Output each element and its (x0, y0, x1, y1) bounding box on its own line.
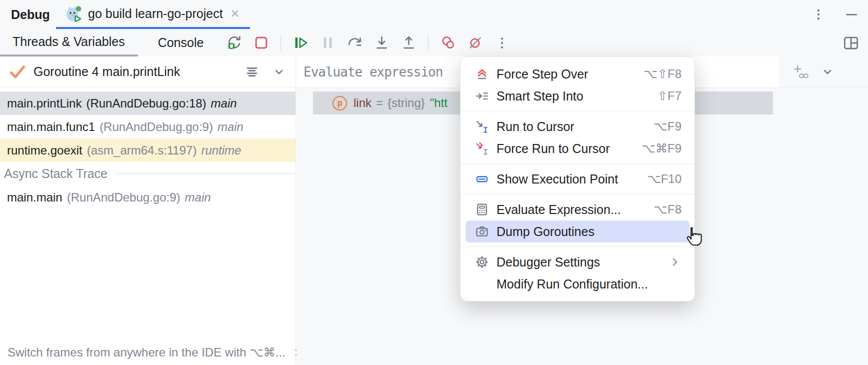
tab-threads-and-variables[interactable]: Threads & Variables (0, 29, 138, 56)
frames-panel: Goroutine 4 main.printLink main.printLin… (0, 56, 296, 365)
more-options-icon[interactable] (490, 32, 514, 54)
equals-sign: = (376, 96, 383, 110)
menu-separator (460, 111, 694, 112)
stack-frame-main-func1[interactable]: main.main.func1 (RunAndDebug.go:9) main (0, 115, 296, 138)
menu-separator (460, 246, 694, 247)
goroutine-bar-icons (244, 64, 286, 80)
parameter-icon: p (332, 96, 347, 110)
debugger-toolbar: Threads & Variables Console (0, 29, 868, 57)
thread-view-options-icon[interactable] (244, 64, 260, 80)
run-to-cursor-icon (474, 119, 490, 134)
menu-item-run-to-cursor[interactable]: Run to Cursor ⌥F9 (466, 116, 690, 138)
menu-item-show-execution-point[interactable]: Show Execution Point ⌥F10 (466, 168, 690, 190)
show-execution-point-icon (474, 172, 490, 186)
tool-window-title: Debug (11, 0, 50, 29)
debug-actions (222, 32, 514, 54)
minimize-icon[interactable] (844, 8, 859, 21)
menu-separator (460, 194, 694, 194)
step-into-icon[interactable] (370, 32, 393, 54)
section-divider (114, 174, 296, 174)
run-tab-go-build-learn-go-project[interactable]: go build learn-go-project (56, 0, 250, 29)
hint-text: Switch frames from anywhere in the IDE w… (8, 346, 286, 360)
toolbar-separator (280, 36, 281, 50)
variable-type: {string} (388, 96, 425, 110)
debugger-context-menu: Force Step Over ⌥⇧F8 Smart Step Into ⇧F7… (460, 56, 695, 302)
chevron-down-icon[interactable] (272, 64, 286, 80)
goroutine-selector-label: Goroutine 4 main.printLink (34, 64, 180, 79)
mute-breakpoints-icon[interactable] (464, 32, 486, 54)
empty-icon-spacer (474, 276, 490, 292)
window-controls (812, 0, 859, 29)
stack-frame-list: main.printLink (RunAndDebug.go:18) main … (0, 88, 296, 209)
menu-item-debugger-settings[interactable]: Debugger Settings (466, 251, 690, 273)
title-bar: Debug go build learn-go-project (0, 0, 868, 30)
variable-name: link (354, 96, 372, 110)
evaluate-expression-icon (474, 202, 490, 217)
submenu-arrow-icon (668, 256, 682, 268)
close-tab-icon[interactable] (229, 8, 241, 20)
go-gopher-debug-icon (65, 5, 82, 22)
current-goroutine-check-icon (8, 62, 26, 81)
layout-settings-icon[interactable] (840, 32, 862, 54)
add-to-watches-icon[interactable] (792, 64, 809, 80)
view-breakpoints-icon[interactable] (436, 32, 460, 54)
toolbar-separator (428, 36, 428, 50)
menu-item-force-step-over[interactable]: Force Step Over ⌥⇧F8 (466, 63, 690, 85)
evaluate-placeholder: Evaluate expression (304, 64, 442, 80)
frames-hint-banner: Switch frames from anywhere in the IDE w… (8, 346, 304, 360)
menu-item-dump-goroutines[interactable]: Dump Goroutines (466, 220, 690, 242)
stack-frame-runtime-goexit[interactable]: runtime.goexit (asm_arm64.s:1197) runtim… (0, 138, 296, 162)
rerun-debug-icon[interactable] (222, 32, 246, 54)
tab-console[interactable]: Console (145, 29, 217, 56)
variable-value: "htt (430, 96, 448, 110)
force-step-over-icon (474, 66, 490, 82)
async-stack-trace-section: Async Stack Trace (0, 162, 296, 186)
chevron-down-icon[interactable] (820, 64, 835, 80)
async-stack-frame-main-main[interactable]: main.main (RunAndDebug.go:9) main (0, 186, 296, 209)
goroutine-selector[interactable]: Goroutine 4 main.printLink (0, 56, 296, 88)
step-out-icon[interactable] (397, 32, 420, 54)
dump-goroutines-icon (474, 224, 490, 239)
run-tab-label: go build learn-go-project (88, 6, 223, 21)
resume-program-icon[interactable] (289, 32, 312, 54)
stop-icon[interactable] (250, 32, 272, 54)
debugger-settings-icon (474, 254, 490, 270)
kebab-menu-icon[interactable] (812, 8, 825, 21)
menu-item-evaluate-expression[interactable]: Evaluate Expression... ⌥F8 (466, 198, 690, 220)
debug-tool-window: { "titlebar": { "title": "Debug", "run_t… (0, 0, 868, 365)
force-run-to-cursor-icon (474, 141, 490, 156)
menu-separator (460, 164, 694, 164)
stack-frame-main-printlink[interactable]: main.printLink (RunAndDebug.go:18) main (0, 92, 296, 115)
menu-item-modify-run-configuration[interactable]: Modify Run Configuration... (466, 273, 690, 295)
step-over-icon[interactable] (343, 32, 366, 54)
evaluate-bar-icons (792, 56, 835, 88)
pause-program-icon[interactable] (316, 32, 339, 54)
menu-item-smart-step-into[interactable]: Smart Step Into ⇧F7 (466, 85, 690, 107)
smart-step-into-icon (474, 88, 490, 104)
menu-item-force-run-to-cursor[interactable]: Force Run to Cursor ⌥⌘F9 (466, 138, 690, 160)
